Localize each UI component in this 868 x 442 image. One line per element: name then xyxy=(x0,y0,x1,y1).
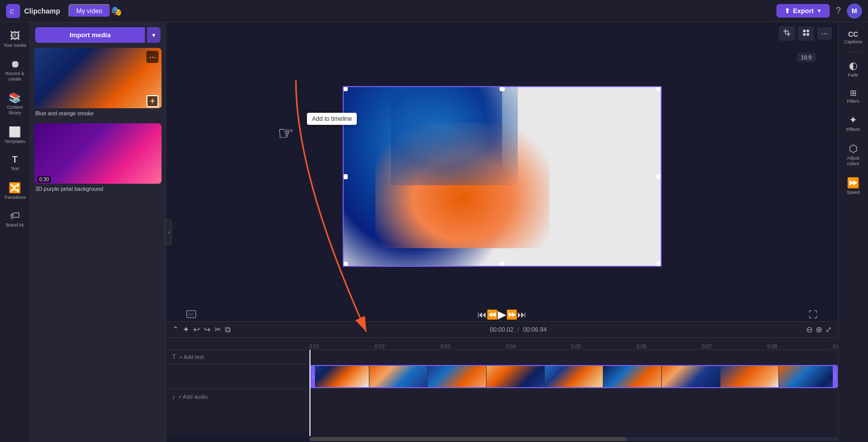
timeline-time-separator: / xyxy=(517,326,519,333)
right-sidebar: CC Captions ◐ Fade ⊞ Filters ✦ Effects ⬡… xyxy=(838,22,868,442)
timeline-text-label: T + Add text xyxy=(166,353,309,360)
resize-handle-mr[interactable] xyxy=(657,174,662,179)
text-icon: T xyxy=(12,155,18,165)
media-item-label-2: 3D purple petal background xyxy=(34,184,162,194)
crop-tool-button[interactable] xyxy=(779,26,795,41)
sidebar-divider-1 xyxy=(844,52,862,52)
export-dropdown-arrow: ▼ xyxy=(817,8,822,14)
ruler-mark-005: 0:05 xyxy=(571,344,637,349)
playback-controls: CC ⏮ ⏪ ▶ ⏩ ⏭ ⛶ xyxy=(166,308,838,321)
timeline-total-time: 00:06.94 xyxy=(523,326,547,333)
video-track[interactable]: ⋮ ⋮ xyxy=(310,365,838,388)
resize-handle-bm[interactable] xyxy=(500,262,505,267)
add-text-button[interactable]: + Add text xyxy=(179,354,204,360)
sidebar-item-text[interactable]: T Text xyxy=(2,151,29,176)
timeline-expand-button[interactable]: ⌃ xyxy=(172,325,179,334)
upload-icon: ⬆ xyxy=(784,7,790,15)
fullscreen-button[interactable]: ⛶ xyxy=(809,310,818,320)
track-resize-handle-right[interactable]: ⋮ xyxy=(833,366,837,387)
zoom-out-button[interactable]: ⊖ xyxy=(806,325,813,334)
export-button[interactable]: ⬆ Export ▼ xyxy=(776,4,830,18)
sidebar-item-filters[interactable]: ⊞ Filters xyxy=(840,84,867,108)
avatar[interactable]: M xyxy=(847,4,862,19)
ruler-mark-009: 0:09 xyxy=(833,344,838,349)
media-item-2[interactable]: 0:30 3D purple petal background xyxy=(34,123,162,194)
sidebar-item-templates[interactable]: ⬜ Templates xyxy=(2,122,29,149)
timeline-audio-label: ♪ + Add audio xyxy=(166,393,309,401)
skip-forward-button[interactable]: ⏭ xyxy=(517,310,526,320)
resize-handle-tm[interactable] xyxy=(500,86,505,91)
sidebar-item-fade[interactable]: ◐ Fade xyxy=(840,55,867,82)
svg-rect-8 xyxy=(807,30,809,32)
copy-button[interactable]: ⧉ xyxy=(225,325,230,334)
app-logo: C Clipchamp xyxy=(6,4,60,18)
import-media-button[interactable]: Import media xyxy=(35,27,145,43)
svg-text:C: C xyxy=(10,9,14,15)
cut-button[interactable]: ✂ xyxy=(214,325,221,334)
magic-tool-button[interactable]: ✦ xyxy=(183,325,189,334)
layout-tool-button[interactable] xyxy=(798,26,814,41)
sidebar-item-brand-kit[interactable]: 🏷 Brand kit xyxy=(2,206,29,232)
redo-button[interactable]: ↪ xyxy=(204,325,210,334)
app-name: Clipchamp xyxy=(24,7,60,15)
aspect-ratio-button[interactable]: 16:9 xyxy=(797,53,816,62)
timeline-ruler: 0:01 0:02 0:03 0:04 0:05 0:06 0:07 0:08 … xyxy=(166,338,838,350)
media-item-more-button-1[interactable]: ⋯ xyxy=(146,51,159,63)
content-library-icon: 📚 xyxy=(9,92,21,104)
media-item-1[interactable]: ⋯ + Blue and orange smoke xyxy=(34,48,162,118)
transitions-icon: 🔀 xyxy=(9,182,21,194)
text-row-icon: T xyxy=(172,353,176,360)
undo-button[interactable]: ↩ xyxy=(193,325,200,334)
resize-handle-br[interactable] xyxy=(657,262,662,267)
resize-handle-ml[interactable] xyxy=(343,174,348,179)
media-panel-collapse-button[interactable]: ‹ xyxy=(165,219,172,245)
svg-text:CC: CC xyxy=(188,313,193,316)
media-panel: Import media ▼ ⋯ + Blue and orange smoke… xyxy=(30,22,166,442)
ruler-mark-004: 0:04 xyxy=(506,344,571,349)
sidebar-item-adjust-colors[interactable]: ⬡ Adjust colors xyxy=(840,138,867,171)
ruler-mark-003: 0:03 xyxy=(440,344,506,349)
fit-timeline-button[interactable]: ⤢ xyxy=(825,325,832,334)
help-button[interactable]: ? xyxy=(836,6,841,16)
timeline-scrollbar[interactable] xyxy=(166,436,838,442)
play-button[interactable]: ▶ xyxy=(498,308,506,321)
import-dropdown-button[interactable]: ▼ xyxy=(147,27,161,43)
speed-icon: ⏩ xyxy=(847,177,859,189)
media-item-add-button-1[interactable]: + xyxy=(146,95,159,107)
filters-icon: ⊞ xyxy=(850,88,856,98)
add-to-timeline-tooltip: Add to timeline xyxy=(307,113,357,125)
sidebar-item-transitions[interactable]: 🔀 Transitions xyxy=(2,178,29,204)
ruler-mark-007: 0:07 xyxy=(702,344,767,349)
svg-rect-9 xyxy=(803,33,806,36)
media-thumbnail-2 xyxy=(34,123,162,184)
add-audio-button[interactable]: + Add audio xyxy=(179,394,208,400)
sidebar-item-captions[interactable]: CC Captions xyxy=(840,26,867,49)
project-name-button[interactable]: My video xyxy=(68,4,111,18)
svg-rect-10 xyxy=(807,33,809,36)
fast-forward-button[interactable]: ⏩ xyxy=(506,309,517,320)
captions-toggle-button[interactable]: CC xyxy=(186,310,196,320)
sidebar-item-effects[interactable]: ✦ Effects xyxy=(840,110,867,136)
sidebar-item-your-media[interactable]: 🖼 Your media xyxy=(2,26,29,52)
track-resize-handle-left[interactable]: ⋮ xyxy=(311,366,315,387)
sidebar-item-content-library[interactable]: 📚 Content library xyxy=(2,88,29,120)
zoom-in-button[interactable]: ⊕ xyxy=(816,325,822,334)
rewind-button[interactable]: ⏪ xyxy=(487,309,498,320)
more-tools-button[interactable]: ⋯ xyxy=(817,27,832,40)
ruler-mark-006: 0:06 xyxy=(637,344,702,349)
svg-rect-7 xyxy=(803,30,806,32)
left-sidebar: 🖼 Your media ⏺ Record & create 📚 Content… xyxy=(0,22,30,442)
skip-back-button[interactable]: ⏮ xyxy=(478,310,487,320)
import-bar: Import media ▼ xyxy=(30,22,166,48)
sidebar-item-record-create[interactable]: ⏺ Record & create xyxy=(2,54,29,86)
your-media-icon: 🖼 xyxy=(10,30,20,42)
resize-handle-tl[interactable] xyxy=(343,86,348,91)
adjust-colors-icon: ⬡ xyxy=(849,142,857,155)
audio-row-icon: ♪ xyxy=(172,393,176,401)
effects-icon: ✦ xyxy=(849,114,857,126)
resize-handle-bl[interactable] xyxy=(343,262,348,267)
hide-icon[interactable]: 🎭 xyxy=(111,6,122,17)
timeline-panel: ⌃ ✦ ↩ ↪ ✂ ⧉ 00:00.02 / 00:06.94 ⊖ ⊕ ⤢ 0:… xyxy=(166,321,838,442)
resize-handle-tr[interactable] xyxy=(657,86,662,91)
sidebar-item-speed[interactable]: ⏩ Speed xyxy=(840,173,867,199)
